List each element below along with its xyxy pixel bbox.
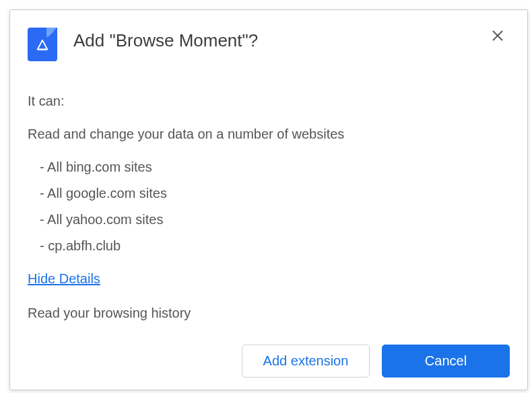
- extension-icon: [28, 28, 57, 61]
- list-item: - All bing.com sites: [28, 158, 510, 176]
- dialog-footer: Add extension Cancel: [28, 339, 510, 378]
- close-icon[interactable]: [486, 24, 510, 48]
- permission-history: Read your browsing history: [28, 304, 510, 322]
- permissions-lead: It can:: [28, 92, 510, 110]
- site-list: - All bing.com sites - All google.com si…: [28, 158, 510, 255]
- list-item: - All google.com sites: [28, 184, 510, 203]
- add-extension-button[interactable]: Add extension: [242, 345, 370, 378]
- dialog-header: Add "Browse Moment"?: [28, 26, 510, 61]
- list-item: - cp.abfh.club: [28, 237, 510, 255]
- permission-read-change: Read and change your data on a number of…: [28, 125, 510, 143]
- dialog-body: It can: Read and change your data on a n…: [28, 92, 510, 336]
- dialog-title: Add "Browse Moment"?: [73, 26, 258, 51]
- extension-install-dialog: Add "Browse Moment"? It can: Read and ch…: [9, 9, 528, 390]
- cancel-button[interactable]: Cancel: [382, 345, 510, 378]
- hide-details-link[interactable]: Hide Details: [28, 270, 100, 288]
- list-item: - All yahoo.com sites: [28, 211, 510, 229]
